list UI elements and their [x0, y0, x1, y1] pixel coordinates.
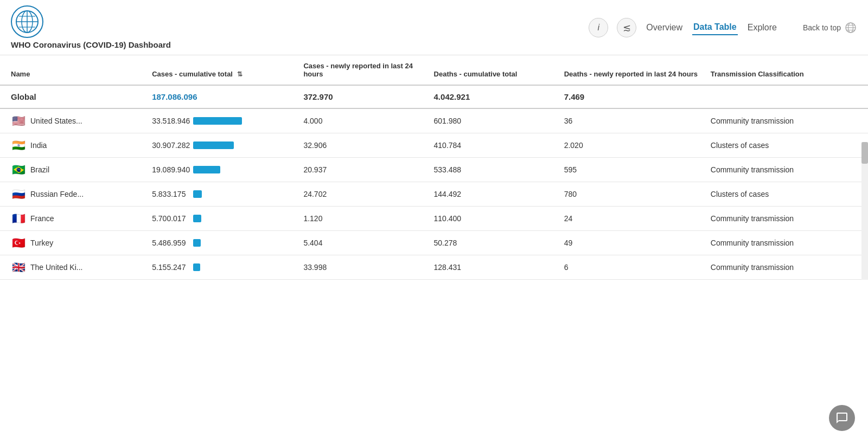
- cases-cumulative-value: 19.089.940: [152, 165, 190, 174]
- share-button[interactable]: ≲: [617, 18, 636, 37]
- col-header-cases-new: Cases - newly reported in last 24 hours: [298, 55, 428, 85]
- transmission-value: Clusters of cases: [711, 190, 769, 198]
- country-flag: 🇫🇷: [11, 213, 26, 224]
- scrollbar-track[interactable]: [861, 142, 868, 280]
- deaths-new-value: 2.020: [564, 141, 583, 150]
- country-name-cell: 🇬🇧 The United Ki...: [0, 255, 146, 280]
- cases-new-value: 1.120: [303, 214, 322, 223]
- deaths-cumulative-cell: 110.400: [429, 207, 559, 231]
- transmission-cell: Community transmission: [705, 158, 868, 182]
- globe-icon: [844, 21, 857, 34]
- cases-bar: [193, 239, 201, 247]
- cases-new-cell: 4.000: [298, 108, 428, 133]
- global-deaths-new: 7.469: [559, 85, 705, 108]
- country-name: France: [30, 214, 54, 223]
- cases-bar: [193, 117, 242, 125]
- transmission-value: Community transmission: [711, 239, 794, 247]
- cases-cumulative-cell: 5.833.175: [146, 182, 298, 207]
- transmission-cell: Community transmission: [705, 207, 868, 231]
- deaths-cumulative-value: 128.431: [434, 263, 462, 272]
- overview-link[interactable]: Overview: [645, 21, 684, 35]
- cases-cumulative-cell: 5.155.247: [146, 255, 298, 280]
- deaths-cumulative-value: 533.488: [434, 165, 462, 174]
- cases-cumulative-cell: 30.907.282: [146, 133, 298, 158]
- cases-cumulative-cell: 19.089.940: [146, 158, 298, 182]
- deaths-new-value: 595: [564, 165, 577, 174]
- deaths-new-value: 24: [564, 214, 573, 223]
- deaths-cumulative-cell: 410.784: [429, 133, 559, 158]
- covid-data-table: Name Cases - cumulative total ⇅ Cases - …: [0, 55, 868, 280]
- country-flag: 🇮🇳: [11, 140, 26, 151]
- info-button[interactable]: i: [589, 18, 608, 37]
- col-header-transmission: Transmission Classification: [705, 55, 868, 85]
- deaths-new-cell: 24: [559, 207, 705, 231]
- deaths-new-cell: 2.020: [559, 133, 705, 158]
- explore-link[interactable]: Explore: [746, 21, 778, 35]
- col-header-cases-cumulative[interactable]: Cases - cumulative total ⇅: [146, 55, 298, 85]
- country-flag: 🇺🇸: [11, 115, 26, 126]
- cases-new-value: 4.000: [303, 117, 322, 125]
- deaths-new-cell: 6: [559, 255, 705, 280]
- deaths-new-value: 36: [564, 117, 573, 125]
- cases-bar: [193, 166, 220, 173]
- cases-new-cell: 24.702: [298, 182, 428, 207]
- country-name-cell: 🇫🇷 France: [0, 207, 146, 231]
- country-flag: 🇷🇺: [11, 189, 26, 200]
- table-row: 🇹🇷 Turkey 5.486.959 5.404 50.278 49 Comm…: [0, 231, 868, 255]
- country-name: India: [30, 141, 47, 150]
- who-logo: [11, 5, 43, 38]
- transmission-value: Community transmission: [711, 165, 794, 174]
- table-header-row: Name Cases - cumulative total ⇅ Cases - …: [0, 55, 868, 85]
- cases-new-value: 33.998: [303, 263, 327, 272]
- deaths-new-value: 49: [564, 239, 573, 247]
- country-name-cell: 🇷🇺 Russian Fede...: [0, 182, 146, 207]
- country-flag: 🇹🇷: [11, 237, 26, 248]
- cases-new-cell: 1.120: [298, 207, 428, 231]
- country-flag: 🇧🇷: [11, 164, 26, 175]
- scrollbar-thumb[interactable]: [861, 142, 868, 164]
- country-name: Brazil: [30, 165, 49, 174]
- deaths-new-cell: 780: [559, 182, 705, 207]
- col-header-deaths-new: Deaths - newly reported in last 24 hours: [559, 55, 705, 85]
- cases-cumulative-value: 5.155.247: [152, 263, 190, 272]
- cases-cumulative-value: 33.518.946: [152, 117, 190, 125]
- logo-area: WHO Coronavirus (COVID-19) Dashboard: [11, 5, 171, 49]
- table-row: 🇫🇷 France 5.700.017 1.120 110.400 24 Com…: [0, 207, 868, 231]
- data-table-container: Name Cases - cumulative total ⇅ Cases - …: [0, 55, 868, 280]
- deaths-cumulative-value: 50.278: [434, 239, 457, 247]
- deaths-cumulative-cell: 128.431: [429, 255, 559, 280]
- cases-new-value: 24.702: [303, 190, 327, 198]
- cases-cumulative-cell: 5.486.959: [146, 231, 298, 255]
- global-cases-cumulative: 187.086.096: [146, 85, 298, 108]
- country-name: The United Ki...: [30, 263, 83, 272]
- country-name-cell: 🇹🇷 Turkey: [0, 231, 146, 255]
- table-row: 🇺🇸 United States... 33.518.946 4.000 601…: [0, 108, 868, 133]
- country-flag: 🇬🇧: [11, 262, 26, 273]
- cases-cumulative-value: 5.486.959: [152, 239, 190, 247]
- deaths-cumulative-value: 601.980: [434, 117, 462, 125]
- cases-cumulative-cell: 5.700.017: [146, 207, 298, 231]
- cases-cumulative-value: 30.907.282: [152, 141, 190, 150]
- back-to-top-button[interactable]: Back to top: [803, 21, 857, 34]
- deaths-cumulative-value: 110.400: [434, 214, 462, 223]
- deaths-cumulative-value: 144.492: [434, 190, 462, 198]
- cases-new-value: 5.404: [303, 239, 322, 247]
- global-transmission: [705, 85, 868, 108]
- org-title: WHO Coronavirus (COVID-19) Dashboard: [11, 40, 171, 49]
- deaths-new-value: 6: [564, 263, 569, 272]
- deaths-new-cell: 49: [559, 231, 705, 255]
- cases-bar: [193, 141, 234, 149]
- global-row: Global 187.086.096 372.970 4.042.921 7.4…: [0, 85, 868, 108]
- cases-bar: [193, 263, 200, 271]
- header: WHO Coronavirus (COVID-19) Dashboard i ≲…: [0, 0, 868, 55]
- deaths-new-value: 780: [564, 190, 577, 198]
- deaths-cumulative-cell: 144.492: [429, 182, 559, 207]
- transmission-value: Clusters of cases: [711, 141, 769, 150]
- datatable-link[interactable]: Data Table: [692, 20, 738, 35]
- transmission-value: Community transmission: [711, 214, 794, 223]
- country-name: United States...: [30, 117, 82, 125]
- table-row: 🇷🇺 Russian Fede... 5.833.175 24.702 144.…: [0, 182, 868, 207]
- deaths-new-cell: 595: [559, 158, 705, 182]
- transmission-cell: Community transmission: [705, 108, 868, 133]
- cases-cumulative-value: 5.700.017: [152, 214, 190, 223]
